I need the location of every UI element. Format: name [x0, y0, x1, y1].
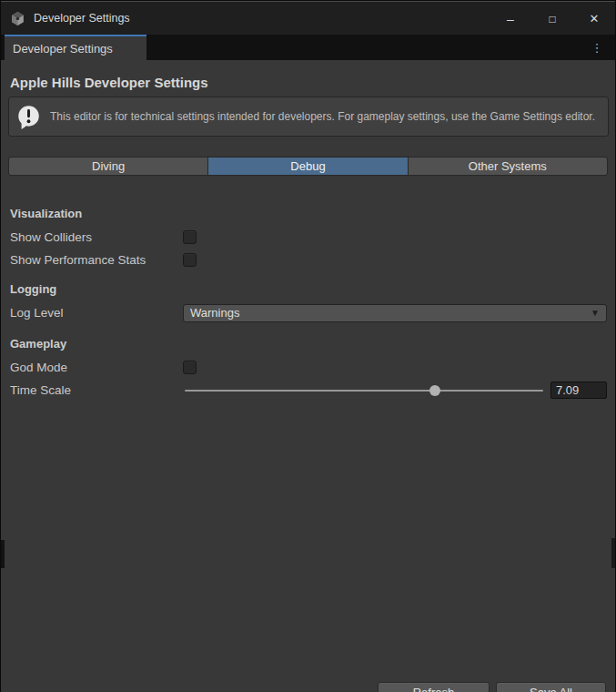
chevron-down-icon: ▼ — [591, 309, 600, 318]
tab-debug[interactable]: Debug — [208, 158, 408, 175]
show-colliders-checkbox[interactable] — [183, 230, 197, 244]
god-mode-checkbox[interactable] — [183, 361, 197, 374]
god-mode-label: God Mode — [10, 361, 183, 374]
time-scale-value: 7.09 — [556, 383, 579, 397]
time-scale-value-field[interactable]: 7.09 — [550, 382, 607, 399]
developer-settings-window: Developer Settings – □ ✕ Developer Setti… — [0, 0, 616, 692]
background-window-fragment-left — [1, 540, 5, 568]
window-title: Developer Settings — [34, 12, 130, 25]
tab-other-systems-label: Other Systems — [469, 159, 547, 173]
show-performance-stats-label: Show Performance Stats — [10, 253, 183, 267]
tab-debug-label: Debug — [290, 159, 325, 173]
time-scale-label: Time Scale — [10, 383, 183, 397]
row-show-colliders: Show Colliders — [1, 226, 615, 249]
save-all-button[interactable]: Save All — [496, 682, 606, 692]
show-performance-stats-checkbox[interactable] — [183, 253, 197, 267]
row-log-level: Log Level Warnings ▼ — [1, 301, 615, 324]
tab-label: Developer Settings — [13, 42, 113, 56]
maximize-icon: □ — [549, 13, 555, 25]
help-box: This editor is for technical settings in… — [8, 97, 609, 137]
close-icon: ✕ — [590, 12, 600, 25]
tab-context-menu-button[interactable]: ⋮ — [588, 35, 606, 60]
tab-diving[interactable]: Diving — [9, 158, 208, 175]
time-scale-slider-thumb[interactable] — [429, 385, 440, 396]
time-scale-slider[interactable]: 7.09 — [183, 382, 607, 399]
editor-content: Apple Hills Developer Settings This edit… — [1, 75, 615, 692]
section-title-gameplay: Gameplay — [10, 337, 615, 351]
log-level-label: Log Level — [10, 306, 183, 320]
tab-diving-label: Diving — [92, 159, 125, 173]
page-title: Apple Hills Developer Settings — [10, 75, 615, 90]
log-level-value: Warnings — [190, 306, 591, 320]
log-level-dropdown[interactable]: Warnings ▼ — [183, 304, 607, 322]
show-colliders-label: Show Colliders — [10, 230, 183, 244]
slider-track[interactable] — [185, 390, 543, 392]
window-controls: – □ ✕ — [490, 2, 615, 36]
row-god-mode: God Mode — [1, 356, 615, 379]
row-show-performance-stats: Show Performance Stats — [1, 249, 615, 271]
tab-other-systems[interactable]: Other Systems — [409, 158, 607, 175]
help-text: This editor is for technical settings in… — [50, 110, 595, 124]
category-toolbar: Diving Debug Other Systems — [8, 157, 608, 176]
titlebar[interactable]: Developer Settings – □ ✕ — [1, 1, 615, 35]
close-button[interactable]: ✕ — [573, 2, 615, 36]
tab-developer-settings[interactable]: Developer Settings — [5, 35, 146, 60]
alert-speech-bubble-icon — [16, 105, 41, 129]
row-time-scale: Time Scale 7.09 — [1, 379, 615, 402]
maximize-button[interactable]: □ — [531, 2, 573, 36]
footer-actions: Refresh Save All — [378, 682, 606, 692]
minimize-icon: – — [507, 12, 514, 26]
refresh-button-label: Refresh — [413, 686, 455, 692]
unity-app-icon — [10, 11, 25, 26]
section-title-visualization: Visualization — [10, 207, 615, 221]
save-all-button-label: Save All — [530, 686, 572, 692]
section-title-logging: Logging — [10, 282, 615, 297]
kebab-menu-icon: ⋮ — [591, 41, 603, 55]
minimize-button[interactable]: – — [490, 2, 531, 36]
background-window-fragment-right — [611, 538, 615, 568]
time-scale-slider-track-area[interactable] — [183, 383, 545, 398]
editor-tab-bar: Developer Settings ⋮ — [1, 35, 615, 60]
refresh-button[interactable]: Refresh — [378, 682, 490, 692]
